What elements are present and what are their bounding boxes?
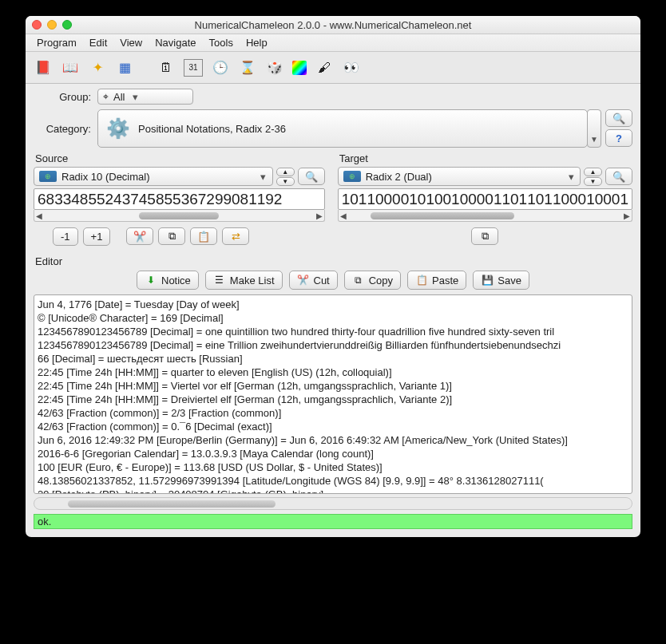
editor-line: 22:45 [Time 24h [HH:MM]] = quarter to el… — [38, 365, 628, 379]
day-31-icon[interactable]: 31 — [184, 59, 203, 77]
cut-button[interactable]: ✂️Cut — [289, 271, 338, 290]
target-unit-combo[interactable]: ⊕ Radix 2 (Dual) ▾ — [338, 167, 581, 186]
clock-icon[interactable]: 🕒 — [211, 59, 230, 77]
target-value-field[interactable]: 1011000010100100001101101100010001 — [338, 188, 632, 210]
source-find-unit[interactable]: 🔍 — [298, 168, 325, 185]
menu-program[interactable]: Program — [32, 35, 81, 50]
scissors-icon: ✂️ — [133, 231, 146, 243]
window-title: NumericalChameleon 2.0.0 - www.Numerical… — [26, 19, 640, 31]
paste-source-button[interactable]: 📋 — [190, 227, 217, 245]
binoculars-icon[interactable]: 👀 — [342, 59, 361, 77]
scissors-icon: ✂️ — [297, 274, 310, 286]
source-title: Source — [34, 152, 325, 164]
target-panel: Target ⊕ Radix 2 (Dual) ▾ ▲ ▼ 🔍 101 — [338, 152, 632, 246]
magnifier-icon: 🔍 — [305, 171, 318, 183]
increment-button[interactable]: +1 — [83, 227, 111, 246]
grid-icon[interactable]: ▦ — [115, 59, 134, 77]
magnifier-icon: 🔍 — [612, 171, 625, 183]
menu-tools[interactable]: Tools — [204, 35, 238, 50]
funnel-icon: ⌖ — [103, 91, 109, 102]
source-unit: Radix 10 (Decimal) — [61, 171, 253, 183]
editor-label: Editor — [35, 255, 632, 267]
brush-icon[interactable]: 🖌 — [315, 59, 334, 77]
copy-icon: ⧉ — [168, 230, 176, 243]
titlebar: NumericalChameleon 2.0.0 - www.Numerical… — [26, 16, 640, 34]
source-unit-down[interactable]: ▼ — [276, 177, 295, 186]
target-scrollbar[interactable]: ◀▶ — [338, 210, 632, 222]
make-list-button[interactable]: ☰Make List — [205, 271, 283, 290]
source-unit-combo[interactable]: ⊕ Radix 10 (Decimal) ▾ — [34, 167, 273, 186]
star-icon[interactable]: ✦ — [88, 59, 107, 77]
target-spinner: ▲ ▼ — [584, 168, 602, 186]
editor-line: 66 [Decimal] = шестьдесят шесть [Russian… — [38, 352, 628, 365]
category-help-button[interactable]: ? — [605, 129, 632, 147]
calendar-icon[interactable]: 🗓 — [157, 59, 176, 77]
book-red-icon[interactable]: 📕 — [34, 59, 53, 77]
decrement-button[interactable]: -1 — [53, 227, 78, 246]
hourglass-icon[interactable]: ⌛ — [238, 59, 257, 77]
editor-line: © [Unicode® Character] = 169 [Decimal] — [38, 311, 628, 325]
paste-button[interactable]: 📋Paste — [407, 271, 466, 290]
target-unit: Radix 2 (Dual) — [366, 171, 561, 183]
target-unit-down[interactable]: ▼ — [584, 177, 602, 186]
magnifier-icon: 🔍 — [612, 113, 625, 124]
group-combo[interactable]: ⌖ All ▾ — [97, 89, 193, 105]
editor-textarea[interactable]: Jun 4, 1776 [Date] = Tuesday [Day of wee… — [34, 294, 632, 494]
target-title: Target — [338, 152, 632, 164]
dice-icon[interactable]: 🎲 — [265, 59, 284, 77]
editor-toolbar: ⬇Notice ☰Make List ✂️Cut ⧉Copy 📋Paste 💾S… — [34, 271, 632, 290]
swap-button[interactable]: ⇄ — [222, 227, 249, 245]
world-flag-icon: ⊕ — [39, 171, 57, 182]
floppy-icon: 💾 — [481, 274, 494, 286]
category-value: Positional Notations, Radix 2-36 — [138, 123, 286, 135]
target-find-unit[interactable]: 🔍 — [605, 168, 632, 185]
source-value-field[interactable]: 68334855243745855367299081192 — [34, 188, 325, 210]
editor-line: 42/63 [Fraction (common)] = 2/3 [Fractio… — [38, 406, 628, 420]
source-scrollbar[interactable]: ◀▶ — [34, 210, 325, 222]
editor-line: Jun 4, 1776 [Date] = Tuesday [Day of wee… — [38, 298, 628, 311]
editor-line: Jun 6, 2016 12:49:32 PM [Europe/Berlin (… — [38, 433, 628, 447]
zoom-window-icon[interactable] — [62, 20, 72, 30]
source-panel: Source ⊕ Radix 10 (Decimal) ▾ ▲ ▼ 🔍 — [34, 152, 325, 246]
color-icon[interactable] — [292, 61, 307, 75]
status-bar: ok. — [34, 514, 632, 529]
save-button[interactable]: 💾Save — [473, 271, 529, 290]
copy-icon: ⧉ — [352, 274, 365, 286]
editor-line: 42/63 [Fraction (common)] = 0.¯6 [Decima… — [38, 420, 628, 433]
swap-icon: ⇄ — [232, 231, 240, 243]
find-category-button[interactable]: 🔍 — [605, 109, 632, 127]
category-combo[interactable]: ⚙️ Positional Notations, Radix 2-36 — [97, 109, 588, 148]
dropdown-arrow-icon: ▾ — [565, 171, 577, 183]
group-value: All — [113, 91, 125, 103]
menu-edit[interactable]: Edit — [85, 35, 112, 50]
editor-line: 2016-6-6 [Gregorian Calendar] = 13.0.3.9… — [38, 447, 628, 460]
close-window-icon[interactable] — [32, 20, 42, 30]
book-open-icon[interactable]: 📖 — [61, 59, 80, 77]
category-dropdown-arrow[interactable]: ▼ — [587, 109, 601, 148]
editor-line: 22:45 [Time 24h [HH:MM]] = Dreiviertel e… — [38, 393, 628, 406]
copy-source-button[interactable]: ⧉ — [158, 227, 185, 245]
target-unit-up[interactable]: ▲ — [584, 168, 602, 176]
notice-button[interactable]: ⬇Notice — [137, 271, 199, 290]
source-unit-up[interactable]: ▲ — [276, 168, 295, 176]
editor-scrollbar[interactable] — [34, 497, 632, 510]
cut-source-button[interactable]: ✂️ — [126, 227, 153, 245]
main-toolbar: 📕 📖 ✦ ▦ 🗓 31 🕒 ⌛ 🎲 🖌 👀 — [26, 52, 640, 84]
clipboard-icon: 📋 — [415, 274, 428, 286]
app-window: NumericalChameleon 2.0.0 - www.Numerical… — [26, 16, 640, 537]
copy-target-button[interactable]: ⧉ — [471, 227, 498, 245]
world-flag-icon: ⊕ — [343, 171, 361, 182]
menu-navigate[interactable]: Navigate — [150, 35, 200, 50]
copy-button[interactable]: ⧉Copy — [344, 271, 401, 290]
group-label: Group: — [34, 91, 97, 103]
minimize-window-icon[interactable] — [47, 20, 57, 30]
menu-view[interactable]: View — [115, 35, 147, 50]
menu-help[interactable]: Help — [241, 35, 272, 50]
gears-icon: ⚙️ — [106, 117, 130, 140]
editor-line: 1234567890123456789 [Decimal] = eine Tri… — [38, 338, 628, 352]
clipboard-icon: 📋 — [197, 231, 210, 243]
list-icon: ☰ — [213, 274, 226, 286]
copy-icon: ⧉ — [482, 230, 489, 243]
dropdown-arrow-icon: ▾ — [258, 171, 269, 183]
help-icon: ? — [616, 132, 622, 144]
